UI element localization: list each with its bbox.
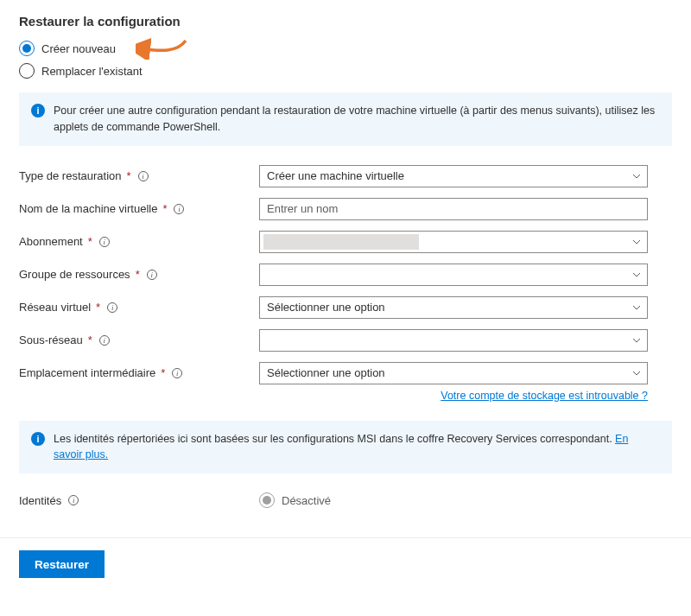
help-icon[interactable]: i bbox=[147, 270, 157, 280]
select-subnet[interactable] bbox=[259, 329, 648, 352]
input-vm-name[interactable]: Entrer un nom bbox=[259, 198, 648, 220]
redacted-value bbox=[263, 234, 419, 250]
label-subscription: Abonnement* i bbox=[19, 235, 259, 248]
chevron-down-icon bbox=[631, 302, 642, 313]
arrow-annotation-icon bbox=[136, 37, 189, 62]
radio-icon bbox=[259, 492, 275, 508]
help-icon[interactable]: i bbox=[174, 204, 184, 214]
restore-button[interactable]: Restaurer bbox=[19, 550, 105, 578]
radio-label: Créer nouveau bbox=[41, 42, 116, 55]
radio-create-new[interactable]: Créer nouveau bbox=[19, 41, 672, 56]
select-resource-group[interactable] bbox=[259, 264, 648, 286]
help-icon[interactable]: i bbox=[99, 335, 110, 346]
required-star-icon: * bbox=[161, 366, 165, 379]
chevron-down-icon bbox=[631, 270, 642, 280]
info-text: Les identités répertoriées ici sont basé… bbox=[54, 431, 660, 464]
required-star-icon: * bbox=[127, 169, 131, 182]
help-icon[interactable]: i bbox=[99, 237, 110, 247]
info-text: Pour créer une autre configuration penda… bbox=[54, 103, 660, 136]
help-icon[interactable]: i bbox=[138, 171, 149, 181]
radio-identities-disabled: Désactivé bbox=[259, 492, 331, 508]
info-icon: i bbox=[31, 432, 45, 446]
page-title: Restaurer la configuration bbox=[19, 14, 672, 29]
chevron-down-icon bbox=[631, 171, 642, 181]
label-identities: Identités i bbox=[19, 494, 259, 507]
row-resource-group: Groupe de ressources* i bbox=[19, 264, 672, 286]
row-subnet: Sous-réseau* i bbox=[19, 329, 672, 352]
radio-replace-existing[interactable]: Remplacer l'existant bbox=[19, 63, 672, 79]
footer-action-bar: Restaurer bbox=[19, 550, 672, 578]
radio-label: Désactivé bbox=[282, 494, 331, 507]
label-staging-location: Emplacement intermédiaire* i bbox=[19, 366, 259, 379]
row-identities: Identités i Désactivé bbox=[19, 492, 672, 508]
select-subscription[interactable] bbox=[259, 231, 648, 253]
chevron-down-icon bbox=[631, 368, 642, 378]
select-restore-type[interactable]: Créer une machine virtuelle bbox=[259, 165, 648, 187]
required-star-icon: * bbox=[136, 268, 140, 281]
required-star-icon: * bbox=[88, 333, 92, 346]
select-value: Créer une machine virtuelle bbox=[267, 169, 404, 182]
chevron-down-icon bbox=[631, 237, 642, 247]
row-staging-location: Emplacement intermédiaire* i Sélectionne… bbox=[19, 362, 672, 384]
radio-label: Remplacer l'existant bbox=[41, 65, 143, 78]
row-vm-name: Nom de la machine virtuelle* i Entrer un… bbox=[19, 198, 672, 220]
required-star-icon: * bbox=[96, 301, 100, 314]
row-restore-type: Type de restauration* i Créer une machin… bbox=[19, 165, 672, 187]
row-virtual-network: Réseau virtuel* i Sélectionner une optio… bbox=[19, 296, 672, 319]
label-subnet: Sous-réseau* i bbox=[19, 333, 259, 346]
required-star-icon: * bbox=[162, 202, 167, 215]
input-placeholder: Entrer un nom bbox=[267, 202, 338, 215]
help-icon[interactable]: i bbox=[68, 495, 79, 505]
radio-icon bbox=[19, 63, 35, 79]
select-staging-location[interactable]: Sélectionner une option bbox=[259, 362, 648, 384]
required-star-icon: * bbox=[88, 235, 92, 248]
help-icon[interactable]: i bbox=[172, 368, 182, 378]
label-virtual-network: Réseau virtuel* i bbox=[19, 301, 259, 314]
label-vm-name: Nom de la machine virtuelle* i bbox=[19, 202, 259, 215]
radio-icon bbox=[19, 41, 35, 56]
restore-config-radio-group: Créer nouveau Remplacer l'existant bbox=[19, 41, 672, 79]
label-resource-group: Groupe de ressources* i bbox=[19, 268, 259, 281]
chevron-down-icon bbox=[631, 335, 642, 346]
info-panel-identities: i Les identités répertoriées ici sont ba… bbox=[19, 421, 672, 474]
help-icon[interactable]: i bbox=[107, 302, 117, 313]
select-value: Sélectionner une option bbox=[267, 366, 385, 379]
footer-separator bbox=[0, 537, 691, 538]
select-virtual-network[interactable]: Sélectionner une option bbox=[259, 296, 648, 319]
storage-account-help-link[interactable]: Votre compte de stockage est introuvable… bbox=[441, 390, 648, 402]
info-panel-powershell: i Pour créer une autre configuration pen… bbox=[19, 92, 672, 146]
select-value: Sélectionner une option bbox=[267, 301, 385, 314]
label-restore-type: Type de restauration* i bbox=[19, 169, 259, 182]
info-icon: i bbox=[31, 104, 45, 117]
row-subscription: Abonnement* i bbox=[19, 231, 672, 253]
